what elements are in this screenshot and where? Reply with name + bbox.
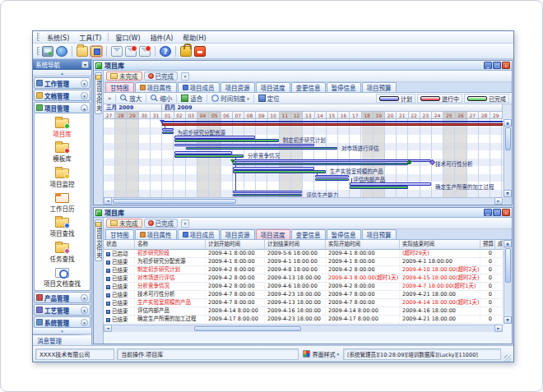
help-icon[interactable] [160, 46, 171, 57]
restore-button[interactable]: □ [493, 62, 501, 69]
column-header-4[interactable]: 实际开始时间 [326, 240, 400, 250]
gantt-bar-actual-7[interactable] [315, 178, 350, 182]
gantt-bar-plan-9[interactable] [233, 191, 303, 194]
column-header-3[interactable]: 计划结束时间 [265, 240, 326, 250]
table-filter-dropdown[interactable]: ▾ [181, 219, 189, 228]
gantt-filter-tab-0[interactable]: 未完成 [106, 71, 142, 81]
table-filter-tab-1[interactable]: 已完成 [144, 219, 179, 228]
sidebar-item-2[interactable]: 项目监控 [35, 166, 90, 191]
gantt-bar-actual-5[interactable] [233, 163, 408, 166]
table-row-0[interactable]: 已启动初步研究阶段2009-4-1 8:00:002009-5-6 18:00:… [104, 250, 503, 258]
gantt-bar-actual-8[interactable] [350, 186, 407, 189]
scroll-up-button[interactable]: ▲ [504, 119, 512, 127]
table-row-2[interactable]: 已结束制定初步研究计划2009-4-2 8:00:002009-4-8 18:0… [104, 266, 503, 274]
group-toggle-icon[interactable]: ▴ [81, 104, 88, 112]
tab-message-management[interactable]: 消息管理 [33, 334, 91, 345]
sidebar-bottom-group-1[interactable]: 工艺管理▾ [34, 304, 90, 316]
mail-send-icon[interactable] [139, 46, 151, 57]
gantt-tab-0[interactable]: 甘特图 [105, 82, 134, 92]
scroll-right-button[interactable]: ► [494, 325, 503, 332]
gantt-filter-dropdown[interactable]: ▾ [181, 72, 189, 81]
gantt-bar-actual-2[interactable] [174, 139, 279, 142]
table-row-8[interactable]: 已结束确定生产所需的加工过程2009-4-17 8:00:002009-4-23… [104, 316, 503, 324]
gantt-bar-plan-7[interactable] [315, 175, 350, 178]
group-toggle-icon[interactable]: ▾ [81, 294, 88, 302]
minimize-button[interactable]: ▁ [484, 209, 492, 216]
resize-grip[interactable] [504, 355, 511, 362]
gantt-vertical-scrollbar[interactable]: ▲ ▼ [504, 119, 512, 197]
close-button[interactable]: × [502, 62, 510, 69]
group-toggle-icon[interactable]: ▾ [81, 307, 88, 314]
scroll-thumb[interactable] [505, 127, 511, 150]
gantt-tab-6[interactable]: 暂停信息 [327, 82, 361, 92]
gantt-bar-actual-3[interactable] [186, 147, 337, 150]
gantt-tab-2[interactable]: 项目成员 [178, 82, 220, 92]
group-toggle-icon[interactable]: ▾ [81, 319, 88, 326]
table-vertical-scrollbar[interactable]: ▲ ▼ [504, 240, 512, 324]
sidebar-bottom-group-0[interactable]: 产品管理▾ [34, 292, 90, 303]
gantt-tab-4[interactable]: 项目进度 [256, 82, 290, 92]
web-icon[interactable] [56, 46, 67, 57]
column-header-1[interactable]: 名称 [135, 240, 206, 250]
gantt-bar-actual-9[interactable] [233, 194, 303, 197]
sidebar-top-group-1[interactable]: 文档管理▾ [34, 90, 90, 101]
save-icon[interactable] [90, 46, 102, 57]
sidebar-expand-button[interactable]: ▾ [33, 328, 91, 334]
table-row-1[interactable]: 已结束为初步研究分配资源2009-4-1 8:00:002009-4-1 18:… [104, 258, 503, 266]
table-tab-4[interactable]: 项目进度 [256, 229, 290, 239]
menu-item-2[interactable]: 窗口(W) [110, 32, 145, 43]
menu-item-1[interactable]: 工具(T) [74, 32, 106, 43]
menu-item-0[interactable]: 系统(S) [42, 32, 74, 43]
system-monitor-icon[interactable] [42, 46, 53, 57]
gantt-bar-plan-5[interactable] [233, 159, 431, 163]
column-header-6[interactable]: 预算 [480, 240, 495, 250]
scroll-down-button[interactable]: ▼ [504, 316, 512, 324]
pin-icon[interactable]: ▾ [81, 61, 89, 68]
group-toggle-icon[interactable]: ▾ [81, 92, 88, 99]
sidebar-item-6[interactable]: 项目文档查找 [35, 265, 90, 290]
scroll-up-button[interactable]: ▲ [504, 240, 512, 247]
sidebar-bottom-group-2[interactable]: 系统管理▾ [34, 316, 90, 328]
mail-icon[interactable] [111, 46, 123, 57]
table-row-4[interactable]: 已结束分析竞争情况2009-4-2 8:00:002009-4-6 18:00:… [104, 283, 503, 291]
scroll-thumb[interactable] [505, 248, 511, 283]
sidebar-collapse-button[interactable]: ▴ [33, 70, 91, 76]
table-row-7[interactable]: 已结束评估内部产品2009-4-14 8:00:002009-4-16 18:0… [104, 307, 503, 316]
column-header-7[interactable]: 成 [495, 240, 503, 250]
table-horizontal-scrollbar[interactable]: ◄ ► [104, 325, 503, 332]
sidebar-top-group-2[interactable]: 项目管理▴ [34, 102, 90, 113]
gantt-bar-actual-4[interactable] [174, 154, 244, 158]
gantt-tab-7[interactable]: 项目预算 [362, 82, 397, 92]
scroll-left-button[interactable]: ◄ [104, 197, 112, 205]
table-tab-3[interactable]: 项目资源 [220, 229, 255, 239]
scroll-left-button[interactable]: ◄ [104, 325, 112, 332]
table-tab-1[interactable]: 项目属性 [135, 229, 177, 239]
menu-item-3[interactable]: 插件(A) [146, 32, 179, 43]
minimize-button[interactable]: ▁ [484, 62, 492, 69]
gantt-zoom-in-button[interactable]: 放大 [118, 94, 143, 103]
table-tab-0[interactable]: 甘特图 [105, 229, 134, 239]
gantt-filter-tab-1[interactable]: 已完成 [144, 71, 179, 81]
group-toggle-icon[interactable]: ▾ [81, 80, 88, 87]
gantt-tab-1[interactable]: 项目属性 [135, 82, 177, 92]
scroll-right-button[interactable]: ► [494, 197, 503, 205]
table-row-3[interactable]: 已结束对市场进行评估2009-4-2 8:00:002009-4-13 18:0… [104, 274, 503, 283]
lock-icon[interactable] [180, 46, 192, 57]
column-header-0[interactable]: 状态 [104, 240, 135, 250]
table-tab-7[interactable]: 项目预算 [362, 229, 397, 239]
gantt-tab-5[interactable]: 变更信息 [291, 82, 326, 92]
scroll-thumb[interactable] [113, 199, 236, 204]
table-tab-2[interactable]: 项目成员 [178, 229, 220, 239]
project-folder-tab[interactable]: 项目文件夹 [95, 219, 102, 261]
project-folder-tab[interactable]: 项目文件夹 [95, 72, 102, 114]
mail-receive-icon[interactable] [125, 46, 137, 57]
column-header-2[interactable]: 计划开始时间 [206, 240, 265, 250]
gantt-bar-plan-3[interactable] [174, 144, 314, 147]
table-filter-tab-0[interactable]: 未完成 [106, 219, 142, 228]
table-tab-6[interactable]: 暂停信息 [327, 229, 361, 239]
column-header-5[interactable]: 实际结束时间 [400, 240, 480, 250]
gantt-fit-button[interactable]: 适合 [179, 94, 204, 103]
gantt-horizontal-scrollbar[interactable]: ◄ ► [104, 197, 503, 205]
toolbar-overflow-button[interactable]: » [106, 95, 113, 102]
gantt-bar-actual-6[interactable] [233, 170, 326, 173]
